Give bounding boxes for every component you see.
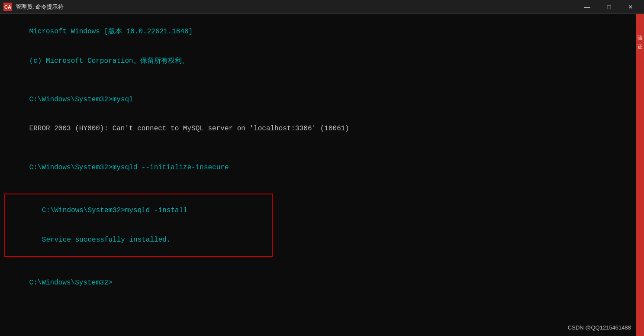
right-accent-bar: 验 证: [636, 14, 644, 336]
terminal-line-8: [4, 182, 640, 192]
terminal-line-10: Service successfully installed.: [9, 225, 268, 254]
minimize-button[interactable]: —: [577, 0, 597, 14]
cmd-icon: CA: [3, 3, 12, 11]
watermark: CSDN @QQ1215461488: [568, 324, 631, 332]
terminal-body[interactable]: Microsoft Windows [版本 10.0.22621.1848] (…: [0, 14, 644, 336]
terminal-line-6: [4, 143, 640, 153]
terminal-line-9: C:\Windows\System32>mysqld -install: [9, 196, 268, 225]
terminal-line-5: ERROR 2003 (HY000): Can't connect to MyS…: [4, 114, 640, 143]
window: CA 管理员: 命令提示符 — □ ✕ Microsoft Windows [版…: [0, 0, 644, 336]
maximize-button[interactable]: □: [599, 0, 619, 14]
highlighted-install-box: C:\Windows\System32>mysqld -install Serv…: [4, 194, 273, 257]
terminal-line-12: C:\Windows\System32>: [4, 268, 640, 297]
title-bar: CA 管理员: 命令提示符 — □ ✕: [0, 0, 644, 14]
terminal-line-1: Microsoft Windows [版本 10.0.22621.1848]: [4, 17, 640, 46]
terminal-line-4: C:\Windows\System32>mysql: [4, 85, 640, 114]
terminal-line-7: C:\Windows\System32>mysqld --initialize-…: [4, 153, 640, 182]
terminal-line-11: [4, 258, 640, 268]
terminal-line-3: [4, 75, 640, 85]
title-bar-left: CA 管理员: 命令提示符: [3, 3, 64, 11]
window-title: 管理员: 命令提示符: [16, 3, 64, 11]
terminal-line-2: (c) Microsoft Corporation。保留所有权利。: [4, 46, 640, 75]
close-button[interactable]: ✕: [621, 0, 641, 14]
title-bar-controls: — □ ✕: [577, 0, 641, 14]
